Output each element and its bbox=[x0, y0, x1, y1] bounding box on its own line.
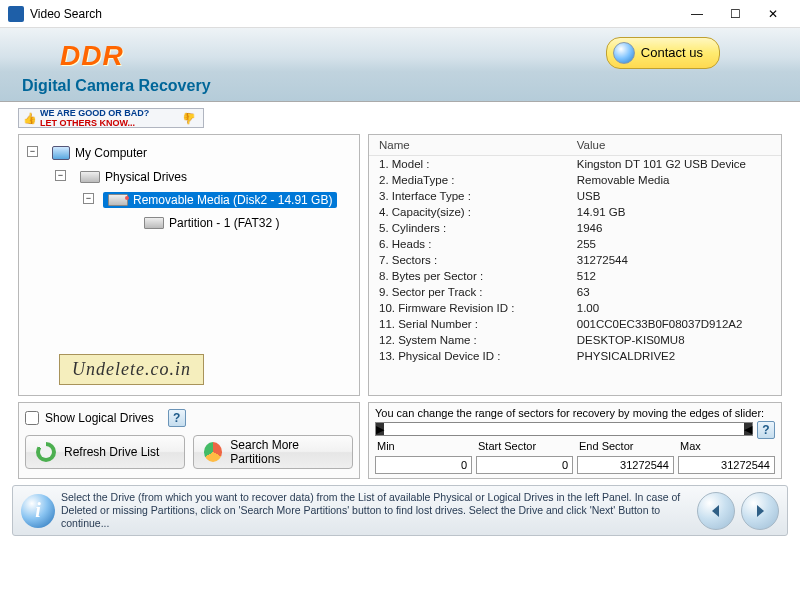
info-icon bbox=[21, 494, 55, 528]
thumbs-down-icon: 👍 bbox=[182, 112, 196, 125]
drive-tree[interactable]: − My Computer − Physical Drives − Remova… bbox=[27, 143, 351, 240]
slider-thumb-right[interactable]: ◀ bbox=[744, 423, 752, 435]
contact-us-button[interactable]: Contact us bbox=[606, 37, 720, 69]
maximize-button[interactable]: ☐ bbox=[716, 0, 754, 28]
search-more-partitions-button[interactable]: Search More Partitions bbox=[193, 435, 353, 469]
max-input[interactable] bbox=[678, 456, 775, 474]
removable-drive-icon bbox=[108, 194, 128, 206]
expand-toggle[interactable]: − bbox=[55, 170, 66, 181]
brand-logo: DDR bbox=[60, 40, 124, 72]
app-icon bbox=[8, 6, 24, 22]
max-label: Max bbox=[678, 440, 775, 452]
properties-table: Name Value 1. Model :Kingston DT 101 G2 … bbox=[369, 135, 781, 364]
refresh-drive-list-button[interactable]: Refresh Drive List bbox=[25, 435, 185, 469]
feedback-line1: WE ARE GOOD OR BAD? bbox=[40, 108, 149, 118]
table-row[interactable]: 11. Serial Number :001CC0EC33B0F08037D91… bbox=[369, 316, 781, 332]
feedback-line2: LET OTHERS KNOW... bbox=[40, 118, 149, 128]
app-header: DDR Digital Camera Recovery Contact us bbox=[0, 28, 800, 102]
col-value: Value bbox=[567, 135, 781, 156]
expand-toggle[interactable]: − bbox=[27, 146, 38, 157]
table-row[interactable]: 13. Physical Device ID :PHYSICALDRIVE2 bbox=[369, 348, 781, 364]
refresh-icon bbox=[36, 442, 56, 462]
tree-removable-media[interactable]: Removable Media (Disk2 - 14.91 GB) bbox=[103, 192, 337, 208]
slider-thumb-left[interactable]: ▶ bbox=[376, 423, 384, 435]
table-row[interactable]: 9. Sector per Track :63 bbox=[369, 284, 781, 300]
next-button[interactable] bbox=[741, 492, 779, 530]
contact-avatar-icon bbox=[613, 42, 635, 64]
table-row[interactable]: 8. Bytes per Sector :512 bbox=[369, 268, 781, 284]
table-row[interactable]: 5. Cylinders :1946 bbox=[369, 220, 781, 236]
start-sector-input[interactable] bbox=[476, 456, 573, 474]
min-input[interactable] bbox=[375, 456, 472, 474]
tree-partition[interactable]: Partition - 1 (FAT32 ) bbox=[139, 215, 284, 231]
sector-slider[interactable]: ▶ ◀ bbox=[375, 422, 753, 436]
thumbs-up-icon: 👍 bbox=[23, 112, 37, 125]
sector-hint: You can change the range of sectors for … bbox=[375, 407, 775, 419]
help-button[interactable]: ? bbox=[757, 421, 775, 439]
tree-physical-drives[interactable]: Physical Drives bbox=[75, 169, 192, 185]
window-title: Video Search bbox=[30, 7, 678, 21]
table-row[interactable]: 1. Model :Kingston DT 101 G2 USB Device bbox=[369, 156, 781, 173]
help-button[interactable]: ? bbox=[168, 409, 186, 427]
col-name: Name bbox=[369, 135, 567, 156]
tree-root[interactable]: My Computer bbox=[47, 145, 152, 161]
app-subtitle: Digital Camera Recovery bbox=[22, 77, 211, 95]
titlebar: Video Search — ☐ ✕ bbox=[0, 0, 800, 28]
footer: Select the Drive (from which you want to… bbox=[12, 485, 788, 536]
show-logical-label: Show Logical Drives bbox=[45, 411, 154, 425]
table-row[interactable]: 12. System Name :DESKTOP-KIS0MU8 bbox=[369, 332, 781, 348]
table-row[interactable]: 7. Sectors :31272544 bbox=[369, 252, 781, 268]
show-logical-checkbox[interactable] bbox=[25, 411, 39, 425]
table-row[interactable]: 6. Heads :255 bbox=[369, 236, 781, 252]
computer-icon bbox=[52, 146, 70, 160]
watermark: Undelete.co.in bbox=[59, 354, 204, 385]
feedback-banner[interactable]: 👍 WE ARE GOOD OR BAD? LET OTHERS KNOW...… bbox=[18, 108, 204, 128]
partition-icon bbox=[144, 217, 164, 229]
search-partitions-icon bbox=[204, 442, 222, 462]
end-sector-input[interactable] bbox=[577, 456, 674, 474]
close-button[interactable]: ✕ bbox=[754, 0, 792, 28]
start-label: Start Sector bbox=[476, 440, 573, 452]
sector-controls: You can change the range of sectors for … bbox=[368, 402, 782, 479]
expand-toggle[interactable]: − bbox=[83, 193, 94, 204]
minimize-button[interactable]: — bbox=[678, 0, 716, 28]
properties-panel: Name Value 1. Model :Kingston DT 101 G2 … bbox=[368, 134, 782, 396]
drive-tree-panel: − My Computer − Physical Drives − Remova… bbox=[18, 134, 360, 396]
table-row[interactable]: 10. Firmware Revision ID :1.00 bbox=[369, 300, 781, 316]
table-row[interactable]: 4. Capacity(size) :14.91 GB bbox=[369, 204, 781, 220]
drive-icon bbox=[80, 171, 100, 183]
table-row[interactable]: 2. MediaType :Removable Media bbox=[369, 172, 781, 188]
min-label: Min bbox=[375, 440, 472, 452]
drive-controls: Show Logical Drives ? Refresh Drive List… bbox=[18, 402, 360, 479]
end-label: End Sector bbox=[577, 440, 674, 452]
table-row[interactable]: 3. Interface Type :USB bbox=[369, 188, 781, 204]
footer-hint: Select the Drive (from which you want to… bbox=[61, 491, 691, 530]
back-button[interactable] bbox=[697, 492, 735, 530]
contact-label: Contact us bbox=[641, 45, 703, 60]
